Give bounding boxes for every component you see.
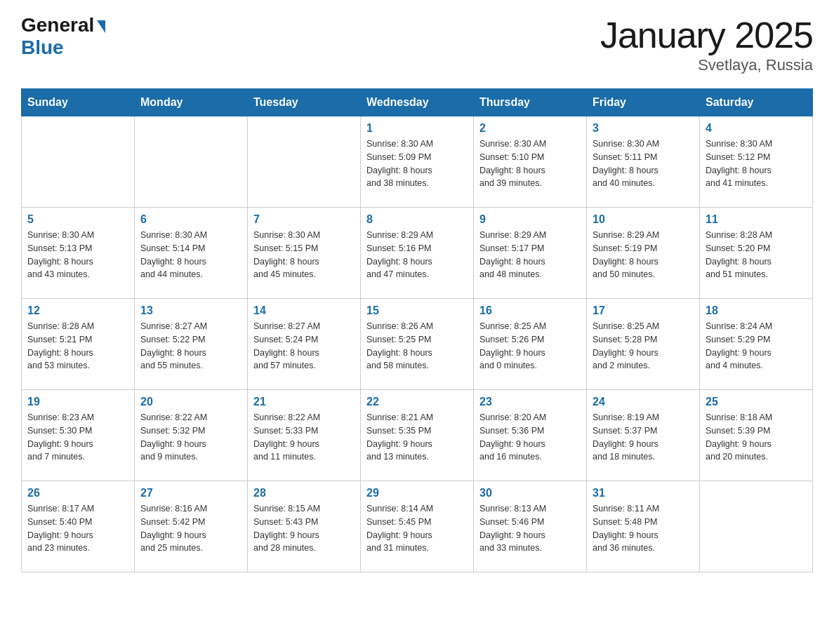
- calendar-subtitle: Svetlaya, Russia: [600, 56, 813, 74]
- day-info: Sunrise: 8:19 AMSunset: 5:37 PMDaylight:…: [593, 411, 694, 464]
- day-cell: 7Sunrise: 8:30 AMSunset: 5:15 PMDaylight…: [248, 208, 361, 299]
- logo-blue-text: Blue: [21, 36, 64, 59]
- day-cell: 12Sunrise: 8:28 AMSunset: 5:21 PMDayligh…: [22, 299, 135, 390]
- day-number: 5: [27, 213, 128, 226]
- column-header-tuesday: Tuesday: [248, 89, 361, 116]
- day-cell: [22, 116, 135, 208]
- day-info: Sunrise: 8:18 AMSunset: 5:39 PMDaylight:…: [706, 411, 807, 464]
- day-info: Sunrise: 8:30 AMSunset: 5:10 PMDaylight:…: [479, 137, 581, 190]
- day-cell: 25Sunrise: 8:18 AMSunset: 5:39 PMDayligh…: [700, 390, 813, 481]
- title-block: January 2025 Svetlaya, Russia: [600, 14, 813, 74]
- day-cell: [135, 116, 248, 208]
- day-number: 30: [479, 487, 581, 499]
- day-cell: 1Sunrise: 8:30 AMSunset: 5:09 PMDaylight…: [361, 116, 474, 208]
- day-info: Sunrise: 8:27 AMSunset: 5:24 PMDaylight:…: [253, 320, 355, 373]
- week-row-2: 5Sunrise: 8:30 AMSunset: 5:13 PMDaylight…: [22, 208, 813, 299]
- day-number: 27: [140, 487, 241, 499]
- day-info: Sunrise: 8:25 AMSunset: 5:26 PMDaylight:…: [479, 320, 581, 373]
- day-info: Sunrise: 8:26 AMSunset: 5:25 PMDaylight:…: [366, 320, 468, 373]
- day-cell: 23Sunrise: 8:20 AMSunset: 5:36 PMDayligh…: [474, 390, 587, 481]
- day-info: Sunrise: 8:29 AMSunset: 5:19 PMDaylight:…: [593, 229, 694, 281]
- day-info: Sunrise: 8:22 AMSunset: 5:33 PMDaylight:…: [253, 411, 355, 464]
- day-cell: 13Sunrise: 8:27 AMSunset: 5:22 PMDayligh…: [135, 299, 248, 390]
- day-info: Sunrise: 8:14 AMSunset: 5:45 PMDaylight:…: [366, 502, 468, 555]
- day-number: 2: [479, 122, 581, 135]
- day-cell: 9Sunrise: 8:29 AMSunset: 5:17 PMDaylight…: [474, 208, 587, 299]
- calendar-title: January 2025: [600, 14, 813, 56]
- day-info: Sunrise: 8:16 AMSunset: 5:42 PMDaylight:…: [140, 502, 241, 555]
- day-cell: 5Sunrise: 8:30 AMSunset: 5:13 PMDaylight…: [22, 208, 135, 299]
- day-number: 9: [479, 213, 581, 226]
- day-number: 15: [366, 304, 468, 317]
- day-number: 22: [366, 396, 468, 408]
- day-number: 13: [140, 304, 241, 317]
- day-number: 19: [27, 396, 128, 408]
- day-cell: 18Sunrise: 8:24 AMSunset: 5:29 PMDayligh…: [700, 299, 813, 390]
- column-header-sunday: Sunday: [22, 89, 135, 116]
- day-info: Sunrise: 8:24 AMSunset: 5:29 PMDaylight:…: [706, 320, 807, 373]
- day-info: Sunrise: 8:30 AMSunset: 5:09 PMDaylight:…: [366, 137, 468, 190]
- day-cell: 3Sunrise: 8:30 AMSunset: 5:11 PMDaylight…: [587, 116, 700, 208]
- day-info: Sunrise: 8:11 AMSunset: 5:48 PMDaylight:…: [593, 502, 694, 555]
- calendar-header-row: SundayMondayTuesdayWednesdayThursdayFrid…: [22, 89, 813, 116]
- day-number: 24: [593, 396, 694, 408]
- day-cell: 14Sunrise: 8:27 AMSunset: 5:24 PMDayligh…: [248, 299, 361, 390]
- day-number: 6: [140, 213, 241, 226]
- day-number: 16: [479, 304, 581, 317]
- day-number: 4: [706, 122, 807, 135]
- day-number: 8: [366, 213, 468, 226]
- column-header-monday: Monday: [135, 89, 248, 116]
- day-info: Sunrise: 8:30 AMSunset: 5:12 PMDaylight:…: [706, 137, 807, 190]
- day-number: 21: [253, 396, 355, 408]
- day-number: 26: [27, 487, 128, 499]
- day-cell: 17Sunrise: 8:25 AMSunset: 5:28 PMDayligh…: [587, 299, 700, 390]
- day-info: Sunrise: 8:29 AMSunset: 5:17 PMDaylight:…: [479, 229, 581, 281]
- day-cell: 31Sunrise: 8:11 AMSunset: 5:48 PMDayligh…: [587, 481, 700, 572]
- logo-triangle-icon: [97, 20, 105, 33]
- column-header-friday: Friday: [587, 89, 700, 116]
- day-number: 18: [706, 304, 807, 317]
- day-info: Sunrise: 8:28 AMSunset: 5:20 PMDaylight:…: [706, 229, 807, 281]
- day-cell: 19Sunrise: 8:23 AMSunset: 5:30 PMDayligh…: [22, 390, 135, 481]
- day-info: Sunrise: 8:21 AMSunset: 5:35 PMDaylight:…: [366, 411, 468, 464]
- day-cell: [248, 116, 361, 208]
- day-cell: 4Sunrise: 8:30 AMSunset: 5:12 PMDaylight…: [700, 116, 813, 208]
- day-info: Sunrise: 8:20 AMSunset: 5:36 PMDaylight:…: [479, 411, 581, 464]
- day-cell: 10Sunrise: 8:29 AMSunset: 5:19 PMDayligh…: [587, 208, 700, 299]
- day-number: 3: [593, 122, 694, 135]
- day-cell: 16Sunrise: 8:25 AMSunset: 5:26 PMDayligh…: [474, 299, 587, 390]
- day-info: Sunrise: 8:28 AMSunset: 5:21 PMDaylight:…: [27, 320, 128, 373]
- day-cell: 2Sunrise: 8:30 AMSunset: 5:10 PMDaylight…: [474, 116, 587, 208]
- day-number: 20: [140, 396, 241, 408]
- day-cell: 30Sunrise: 8:13 AMSunset: 5:46 PMDayligh…: [474, 481, 587, 572]
- day-info: Sunrise: 8:30 AMSunset: 5:15 PMDaylight:…: [253, 229, 355, 281]
- day-number: 28: [253, 487, 355, 499]
- day-info: Sunrise: 8:27 AMSunset: 5:22 PMDaylight:…: [140, 320, 241, 373]
- page-header: General Blue January 2025 Svetlaya, Russ…: [0, 0, 834, 81]
- column-header-saturday: Saturday: [700, 89, 813, 116]
- day-info: Sunrise: 8:13 AMSunset: 5:46 PMDaylight:…: [479, 502, 581, 555]
- day-info: Sunrise: 8:30 AMSunset: 5:13 PMDaylight:…: [27, 229, 128, 281]
- day-cell: 27Sunrise: 8:16 AMSunset: 5:42 PMDayligh…: [135, 481, 248, 572]
- day-number: 29: [366, 487, 468, 499]
- column-header-thursday: Thursday: [474, 89, 587, 116]
- day-info: Sunrise: 8:25 AMSunset: 5:28 PMDaylight:…: [593, 320, 694, 373]
- day-cell: [700, 481, 813, 572]
- week-row-1: 1Sunrise: 8:30 AMSunset: 5:09 PMDaylight…: [22, 116, 813, 208]
- day-number: 11: [706, 213, 807, 226]
- week-row-3: 12Sunrise: 8:28 AMSunset: 5:21 PMDayligh…: [22, 299, 813, 390]
- day-info: Sunrise: 8:15 AMSunset: 5:43 PMDaylight:…: [253, 502, 355, 555]
- day-cell: 8Sunrise: 8:29 AMSunset: 5:16 PMDaylight…: [361, 208, 474, 299]
- day-cell: 22Sunrise: 8:21 AMSunset: 5:35 PMDayligh…: [361, 390, 474, 481]
- day-number: 17: [593, 304, 694, 317]
- day-number: 14: [253, 304, 355, 317]
- day-info: Sunrise: 8:17 AMSunset: 5:40 PMDaylight:…: [27, 502, 128, 555]
- day-number: 31: [593, 487, 694, 499]
- day-info: Sunrise: 8:30 AMSunset: 5:11 PMDaylight:…: [593, 137, 694, 190]
- day-cell: 20Sunrise: 8:22 AMSunset: 5:32 PMDayligh…: [135, 390, 248, 481]
- day-cell: 28Sunrise: 8:15 AMSunset: 5:43 PMDayligh…: [248, 481, 361, 572]
- day-cell: 21Sunrise: 8:22 AMSunset: 5:33 PMDayligh…: [248, 390, 361, 481]
- day-number: 10: [593, 213, 694, 226]
- day-info: Sunrise: 8:29 AMSunset: 5:16 PMDaylight:…: [366, 229, 468, 281]
- day-number: 12: [27, 304, 128, 317]
